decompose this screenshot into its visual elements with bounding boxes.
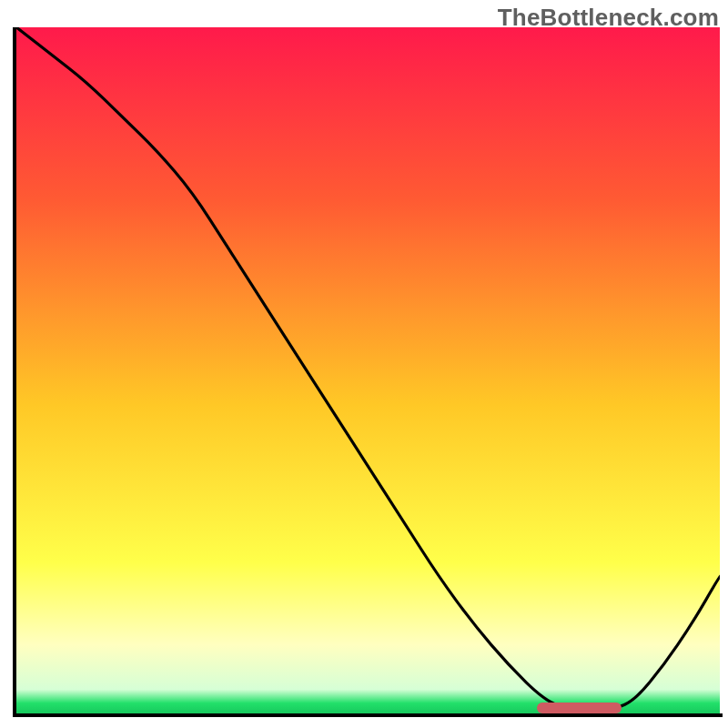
bottleneck-curve (16, 27, 720, 713)
watermark-text: TheBottleneck.com (498, 4, 719, 32)
x-axis-line (13, 713, 723, 717)
optimal-range-marker (537, 703, 622, 713)
plot-area (16, 27, 720, 713)
chart-container: TheBottleneck.com (0, 0, 728, 728)
